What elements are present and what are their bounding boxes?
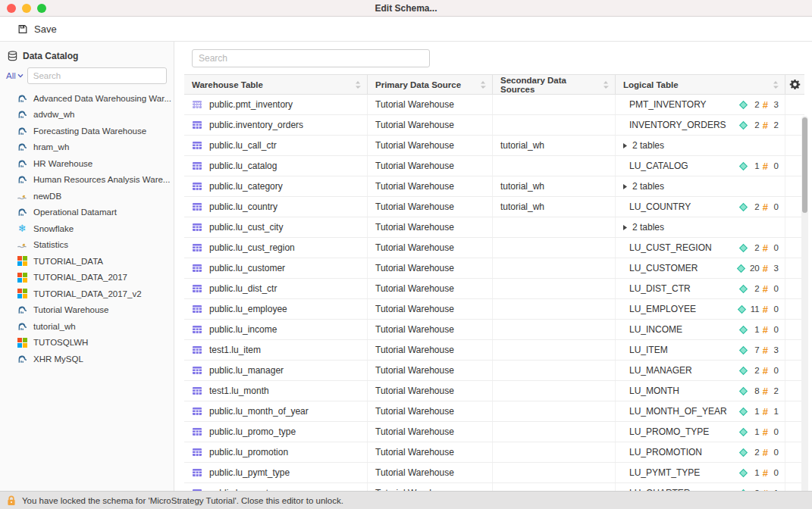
primary-data-source-cell[interactable]: Tutorial Warehouse bbox=[368, 340, 493, 360]
primary-data-source-cell[interactable]: Tutorial Warehouse bbox=[368, 115, 493, 135]
logical-table-cell[interactable]: LU_EMPLOYEE11#0 bbox=[616, 299, 785, 319]
table-row[interactable]: public.lu_promotionTutorial WarehouseLU_… bbox=[184, 442, 804, 463]
column-header-logical-table[interactable]: Logical Table bbox=[616, 75, 785, 94]
primary-data-source-cell[interactable]: Tutorial Warehouse bbox=[368, 422, 493, 442]
sidebar-search-input[interactable] bbox=[27, 67, 167, 84]
primary-data-source-cell[interactable]: Tutorial Warehouse bbox=[368, 463, 493, 482]
table-row[interactable]: public.lu_call_ctrTutorial Warehousetuto… bbox=[184, 136, 804, 156]
logical-table-cell[interactable]: LU_PYMT_TYPE1#0 bbox=[616, 463, 785, 482]
table-row[interactable]: public.lu_cust_cityTutorial Warehouse2 t… bbox=[184, 217, 804, 238]
logical-table-cell[interactable]: INVENTORY_ORDERS2#2 bbox=[616, 115, 785, 135]
secondary-data-sources-cell[interactable] bbox=[493, 483, 616, 491]
logical-table-cell[interactable]: LU_MONTH_OF_YEAR1#1 bbox=[616, 401, 785, 421]
minimize-window-icon[interactable] bbox=[22, 4, 31, 13]
filter-dropdown[interactable]: All bbox=[6, 71, 24, 80]
secondary-data-sources-cell[interactable] bbox=[493, 442, 616, 462]
primary-data-source-cell[interactable]: Tutorial Warehouse bbox=[368, 136, 493, 155]
secondary-data-sources-cell[interactable] bbox=[493, 299, 616, 319]
warehouse-table-cell[interactable]: public.lu_dist_ctr bbox=[184, 279, 368, 298]
secondary-data-sources-cell[interactable] bbox=[493, 156, 616, 176]
secondary-data-sources-cell[interactable] bbox=[493, 320, 616, 339]
table-row[interactable]: test1.lu_monthTutorial WarehouseLU_MONTH… bbox=[184, 381, 804, 401]
maximize-window-icon[interactable] bbox=[37, 4, 46, 13]
sort-icon[interactable] bbox=[480, 80, 486, 89]
sidebar-data-source-item[interactable]: Operational Datamart bbox=[0, 205, 174, 221]
sidebar-data-source-item[interactable]: Advanced Data Warehousing War... bbox=[0, 90, 174, 107]
secondary-data-sources-cell[interactable] bbox=[493, 401, 616, 421]
column-header-secondary-data-sources[interactable]: Secondary Data Sources bbox=[493, 75, 616, 94]
secondary-data-sources-cell[interactable] bbox=[493, 217, 616, 237]
warehouse-table-cell[interactable]: public.lu_promotion bbox=[184, 442, 368, 462]
close-window-icon[interactable] bbox=[7, 4, 16, 13]
table-row[interactable]: public.lu_pymt_typeTutorial WarehouseLU_… bbox=[184, 463, 804, 483]
column-header-warehouse-table[interactable]: Warehouse Table bbox=[184, 75, 368, 94]
secondary-data-sources-cell[interactable] bbox=[493, 279, 616, 298]
warehouse-table-cell[interactable]: public.lu_quarter bbox=[184, 483, 368, 491]
sidebar-data-source-item[interactable]: hram_wh bbox=[0, 139, 174, 156]
table-row[interactable]: public.lu_cust_regionTutorial WarehouseL… bbox=[184, 238, 804, 258]
sidebar-data-source-item[interactable]: TUTORIAL_DATA bbox=[0, 253, 174, 270]
expand-tables-toggle[interactable]: 2 tables bbox=[622, 181, 664, 192]
sidebar-data-source-item[interactable]: ❄Snowflake bbox=[0, 220, 174, 237]
logical-table-cell[interactable]: PMT_INVENTORY2#3 bbox=[616, 95, 785, 114]
logical-table-cell[interactable]: LU_COUNTRY2#0 bbox=[616, 197, 785, 217]
logical-table-cell[interactable]: LU_DIST_CTR2#0 bbox=[616, 279, 785, 298]
secondary-data-sources-cell[interactable]: tutorial_wh bbox=[493, 197, 616, 217]
sidebar-data-source-item[interactable]: Statistics bbox=[0, 237, 174, 254]
sidebar-data-source-item[interactable]: tutorial_wh bbox=[0, 318, 174, 335]
sidebar-data-source-item[interactable]: advdw_wh bbox=[0, 107, 174, 123]
secondary-data-sources-cell[interactable] bbox=[493, 258, 616, 278]
secondary-data-sources-cell[interactable] bbox=[493, 115, 616, 135]
expand-tables-toggle[interactable]: 2 tables bbox=[622, 140, 664, 151]
primary-data-source-cell[interactable]: Tutorial Warehouse bbox=[368, 197, 493, 217]
warehouse-table-cell[interactable]: test1.lu_item bbox=[184, 340, 368, 360]
sort-icon[interactable] bbox=[355, 80, 361, 89]
table-row[interactable]: public.lu_customerTutorial WarehouseLU_C… bbox=[184, 258, 804, 279]
expand-tables-toggle[interactable]: 2 tables bbox=[622, 222, 664, 233]
table-row[interactable]: public.lu_employeeTutorial WarehouseLU_E… bbox=[184, 299, 804, 320]
table-row[interactable]: public.lu_month_of_yearTutorial Warehous… bbox=[184, 401, 804, 422]
secondary-data-sources-cell[interactable] bbox=[493, 381, 616, 401]
table-settings-button[interactable] bbox=[785, 75, 804, 94]
sidebar-data-source-item[interactable]: TUTORIAL_DATA_2017_v2 bbox=[0, 286, 174, 302]
warehouse-table-cell[interactable]: public.lu_country bbox=[184, 197, 368, 217]
secondary-data-sources-cell[interactable] bbox=[493, 95, 616, 114]
secondary-data-sources-cell[interactable] bbox=[493, 422, 616, 442]
column-header-primary-data-source[interactable]: Primary Data Source bbox=[368, 75, 493, 94]
sidebar-data-source-item[interactable]: newDB bbox=[0, 188, 174, 205]
primary-data-source-cell[interactable]: Tutorial Warehouse bbox=[368, 95, 493, 114]
table-row[interactable]: public.lu_incomeTutorial WarehouseLU_INC… bbox=[184, 320, 804, 340]
primary-data-source-cell[interactable]: Tutorial Warehouse bbox=[368, 176, 493, 196]
primary-data-source-cell[interactable]: Tutorial Warehouse bbox=[368, 361, 493, 380]
table-row[interactable]: public.lu_catalogTutorial WarehouseLU_CA… bbox=[184, 156, 804, 176]
logical-table-cell[interactable]: LU_QUARTER2#1 bbox=[616, 483, 785, 491]
save-button[interactable]: Save bbox=[17, 23, 57, 35]
logical-table-cell[interactable]: LU_MONTH8#2 bbox=[616, 381, 785, 401]
logical-table-cell[interactable]: LU_CUST_REGION2#0 bbox=[616, 238, 785, 258]
sidebar-data-source-item[interactable]: XHR MySQL bbox=[0, 351, 174, 367]
primary-data-source-cell[interactable]: Tutorial Warehouse bbox=[368, 483, 493, 491]
warehouse-table-cell[interactable]: public.inventory_orders bbox=[184, 115, 368, 135]
sort-icon[interactable] bbox=[773, 80, 779, 89]
warehouse-table-cell[interactable]: public.lu_catalog bbox=[184, 156, 368, 176]
table-row[interactable]: public.lu_categoryTutorial Warehousetuto… bbox=[184, 176, 804, 197]
warehouse-table-cell[interactable]: public.lu_cust_city bbox=[184, 217, 368, 237]
warehouse-table-cell[interactable]: public.lu_pymt_type bbox=[184, 463, 368, 482]
sidebar-data-source-item[interactable]: Tutorial Warehouse bbox=[0, 302, 174, 319]
warehouse-table-cell[interactable]: public.lu_manager bbox=[184, 361, 368, 380]
warehouse-table-cell[interactable]: public.lu_employee bbox=[184, 299, 368, 319]
table-row[interactable]: public.lu_promo_typeTutorial WarehouseLU… bbox=[184, 422, 804, 442]
sidebar-data-source-item[interactable]: TUTORIAL_DATA_2017 bbox=[0, 270, 174, 286]
primary-data-source-cell[interactable]: Tutorial Warehouse bbox=[368, 381, 493, 401]
sort-icon[interactable] bbox=[603, 80, 609, 89]
primary-data-source-cell[interactable]: Tutorial Warehouse bbox=[368, 238, 493, 258]
warehouse-table-cell[interactable]: public.lu_cust_region bbox=[184, 238, 368, 258]
table-row[interactable]: public.lu_dist_ctrTutorial WarehouseLU_D… bbox=[184, 279, 804, 299]
primary-data-source-cell[interactable]: Tutorial Warehouse bbox=[368, 442, 493, 462]
secondary-data-sources-cell[interactable] bbox=[493, 238, 616, 258]
logical-table-cell[interactable]: LU_CUSTOMER20#3 bbox=[616, 258, 785, 278]
primary-data-source-cell[interactable]: Tutorial Warehouse bbox=[368, 320, 493, 339]
secondary-data-sources-cell[interactable]: tutorial_wh bbox=[493, 176, 616, 196]
table-row[interactable]: test1.lu_itemTutorial WarehouseLU_ITEM7#… bbox=[184, 340, 804, 361]
logical-table-cell[interactable]: LU_PROMO_TYPE1#0 bbox=[616, 422, 785, 442]
